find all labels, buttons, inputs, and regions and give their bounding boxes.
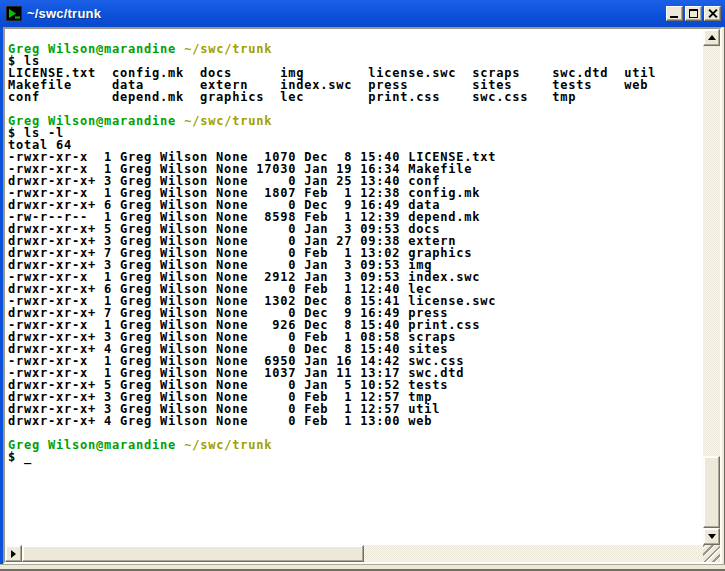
titlebar[interactable]: ~/swc/trunk xyxy=(0,0,725,27)
horizontal-scroll-thumb[interactable] xyxy=(22,545,364,562)
close-button[interactable] xyxy=(704,6,721,21)
terminal-line: Greg Wilson@marandine ~/swc/trunk xyxy=(8,42,703,54)
terminal-line: drwxr-xr-x+ 4 Greg Wilson None 0 Feb 1 1… xyxy=(8,414,703,426)
vertical-scrollbar[interactable] xyxy=(703,29,720,545)
terminal-window: ~/swc/trunk Greg Wilson@marandine ~/swc/… xyxy=(0,0,725,571)
minimize-button[interactable] xyxy=(666,6,683,21)
terminal-line: -rwxr-xr-x 1 Greg Wilson None 17030 Jan … xyxy=(8,162,703,174)
terminal-line: drwxr-xr-x+ 7 Greg Wilson None 0 Feb 1 1… xyxy=(8,246,703,258)
terminal-line: Greg Wilson@marandine ~/swc/trunk xyxy=(8,438,703,450)
terminal-line: -rwxr-xr-x 1 Greg Wilson None 2912 Jan 3… xyxy=(8,270,703,282)
terminal-line: -rwxr-xr-x 1 Greg Wilson None 1070 Dec 8… xyxy=(8,150,703,162)
terminal-line: drwxr-xr-x+ 6 Greg Wilson None 0 Dec 9 1… xyxy=(8,198,703,210)
horizontal-scroll-track[interactable] xyxy=(22,545,686,562)
terminal-line: drwxr-xr-x+ 5 Greg Wilson None 0 Jan 3 0… xyxy=(8,222,703,234)
terminal-screen[interactable]: Greg Wilson@marandine ~/swc/trunk$ lsLIC… xyxy=(5,29,703,545)
minimize-icon xyxy=(670,16,678,18)
scroll-up-button[interactable] xyxy=(703,29,720,46)
terminal-line: -rwxr-xr-x 1 Greg Wilson None 1037 Jan 1… xyxy=(8,366,703,378)
terminal-line: -rwxr-xr-x 1 Greg Wilson None 926 Dec 8 … xyxy=(8,318,703,330)
arrow-right-icon xyxy=(11,550,16,558)
terminal-line: drwxr-xr-x+ 3 Greg Wilson None 0 Jan 25 … xyxy=(8,174,703,186)
terminal-line: -rwxr-xr-x 1 Greg Wilson None 6950 Jan 1… xyxy=(8,354,703,366)
terminal-line: -rw-r--r-- 1 Greg Wilson None 8598 Feb 1… xyxy=(8,210,703,222)
terminal-line: drwxr-xr-x+ 3 Greg Wilson None 0 Feb 1 0… xyxy=(8,330,703,342)
terminal-line: drwxr-xr-x+ 3 Greg Wilson None 0 Jan 27 … xyxy=(8,234,703,246)
terminal-line: Greg Wilson@marandine ~/swc/trunk xyxy=(8,114,703,126)
maximize-icon xyxy=(689,9,698,18)
scroll-down-button[interactable] xyxy=(703,528,720,545)
terminal-line: drwxr-xr-x+ 6 Greg Wilson None 0 Feb 1 1… xyxy=(8,282,703,294)
client-area: Greg Wilson@marandine ~/swc/trunk$ lsLIC… xyxy=(3,27,722,564)
resize-grip[interactable] xyxy=(703,545,720,562)
maximize-button[interactable] xyxy=(685,6,702,21)
terminal-line: drwxr-xr-x+ 3 Greg Wilson None 0 Feb 1 1… xyxy=(8,390,703,402)
scroll-right-button[interactable] xyxy=(5,545,22,562)
terminal-line: drwxr-xr-x+ 3 Greg Wilson None 0 Jan 3 0… xyxy=(8,258,703,270)
terminal-line: Makefile data extern index.swc press sit… xyxy=(8,78,703,90)
terminal-icon xyxy=(6,6,22,21)
terminal-line: drwxr-xr-x+ 5 Greg Wilson None 0 Jan 5 1… xyxy=(8,378,703,390)
horizontal-scrollbar[interactable] xyxy=(5,545,703,562)
arrow-down-icon xyxy=(708,534,716,539)
vertical-scroll-track[interactable] xyxy=(703,46,720,528)
terminal-line: drwxr-xr-x+ 4 Greg Wilson None 0 Dec 8 1… xyxy=(8,342,703,354)
terminal-line: LICENSE.txt config.mk docs img license.s… xyxy=(8,66,703,78)
vertical-scroll-thumb[interactable] xyxy=(703,456,720,528)
terminal-output: Greg Wilson@marandine ~/swc/trunk$ lsLIC… xyxy=(8,42,703,462)
window-title: ~/swc/trunk xyxy=(27,6,666,21)
terminal-line: -rwxr-xr-x 1 Greg Wilson None 1302 Dec 8… xyxy=(8,294,703,306)
window-border-bottom xyxy=(0,564,725,571)
terminal-line: drwxr-xr-x+ 7 Greg Wilson None 0 Dec 9 1… xyxy=(8,306,703,318)
close-icon xyxy=(707,8,719,19)
terminal-line: total 64 xyxy=(8,138,703,150)
arrow-up-icon xyxy=(708,35,716,40)
terminal-line: -rwxr-xr-x 1 Greg Wilson None 1807 Feb 1… xyxy=(8,186,703,198)
terminal-line: drwxr-xr-x+ 3 Greg Wilson None 0 Feb 1 1… xyxy=(8,402,703,414)
window-controls xyxy=(666,6,721,21)
